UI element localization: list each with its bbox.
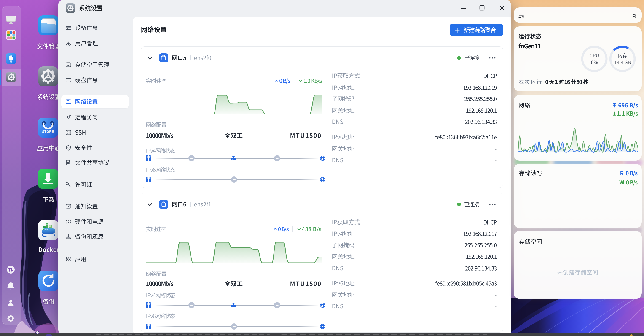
svg-text:STORE: STORE — [42, 130, 54, 133]
